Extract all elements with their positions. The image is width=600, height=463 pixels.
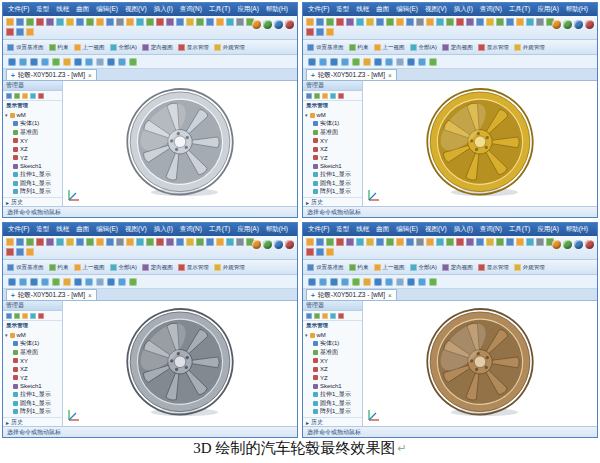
ribbon-button[interactable]: 全部(A) [410,264,437,271]
sweep-icon[interactable] [386,18,394,26]
zoom-icon[interactable] [516,18,524,26]
background-icon[interactable] [429,58,437,66]
history-tab[interactable]: ▸历史 [3,417,62,426]
ribbon-button[interactable]: 全部(A) [110,44,137,51]
sketch-icon[interactable] [56,238,64,246]
viewport-canvas[interactable] [363,301,597,426]
ribbon-button[interactable]: 设置基准面 [7,264,44,271]
chamfer-icon[interactable] [116,238,124,246]
render-icon[interactable] [506,18,514,26]
ribbon-button[interactable]: 上一视图 [374,264,405,271]
ribbon-button[interactable]: 约束 [49,44,69,51]
menu-item[interactable]: 造型 [335,5,350,14]
render-ball-orange-icon[interactable] [552,240,561,249]
sweep-icon[interactable] [386,238,394,246]
material-icon[interactable] [316,28,324,36]
layer-icon[interactable] [6,28,14,36]
move-icon[interactable] [166,238,174,246]
pan-view-icon[interactable] [74,278,82,286]
menu-item[interactable]: 曲面 [375,5,390,14]
loft-icon[interactable] [96,238,104,246]
align-icon[interactable] [476,18,484,26]
extrude-icon[interactable] [366,238,374,246]
perspective-icon[interactable] [118,58,126,66]
draft-icon[interactable] [436,18,444,26]
view-front-icon[interactable] [319,278,327,286]
fillet-icon[interactable] [406,238,414,246]
menu-item[interactable]: 工具(T) [208,225,231,234]
save-icon[interactable] [326,238,334,246]
viewport-canvas[interactable] [63,301,297,426]
section-icon[interactable] [496,18,504,26]
settings-icon[interactable] [26,28,34,36]
align-icon[interactable] [176,18,184,26]
save-icon[interactable] [326,18,334,26]
render-ball-red-icon[interactable] [585,20,594,29]
shade-icon[interactable] [396,58,404,66]
material-icon[interactable] [316,248,324,256]
expand-icon[interactable] [314,313,320,319]
filter-icon[interactable] [6,93,12,99]
view-top-icon[interactable] [330,58,338,66]
wheel-model[interactable] [424,85,536,197]
menu-item[interactable]: 帮助(H) [265,225,289,234]
ribbon-button[interactable]: 显示管理 [178,44,209,51]
view-front-icon[interactable] [319,58,327,66]
move-icon[interactable] [166,18,174,26]
mirror-icon[interactable] [156,238,164,246]
tree-item[interactable]: 基准面 [5,128,60,137]
view-iso-icon[interactable] [308,58,316,66]
menu-item[interactable]: 编辑(E) [95,225,119,234]
tree-item[interactable]: XY [305,137,360,146]
tree-item[interactable]: XZ [305,145,360,154]
ribbon-button[interactable]: 显示管理 [478,264,509,271]
render-icon[interactable] [206,18,214,26]
tree-item[interactable]: 实体(1) [305,340,360,349]
zoom-window-icon[interactable] [63,278,71,286]
zoom-fit-icon[interactable] [52,58,60,66]
shade-icon[interactable] [396,278,404,286]
menu-item[interactable]: 工具(T) [508,225,531,234]
ribbon-button[interactable]: 全部(A) [110,264,137,271]
settings-icon[interactable] [326,28,334,36]
menu-item[interactable]: 应用(A) [236,5,260,14]
section-icon[interactable] [196,238,204,246]
mirror-icon[interactable] [456,18,464,26]
menu-item[interactable]: 帮助(H) [565,225,589,234]
tree-item[interactable]: 圆角1_显示 [5,179,60,188]
open-icon[interactable] [16,238,24,246]
menu-item[interactable]: 编辑(E) [95,5,119,14]
extrude-icon[interactable] [366,18,374,26]
menu-item[interactable]: 编辑(E) [395,225,419,234]
tree-item[interactable]: Sketch1 [5,162,60,171]
wireframe-icon[interactable] [407,58,415,66]
tree-item[interactable]: wM [5,111,60,120]
sketch-icon[interactable] [356,18,364,26]
align-icon[interactable] [476,238,484,246]
shell-icon[interactable] [126,238,134,246]
fillet-icon[interactable] [406,18,414,26]
ribbon-button[interactable]: 外观管理 [514,264,545,271]
ribbon-button[interactable]: 约束 [349,44,369,51]
render-ball-blue-icon[interactable] [274,20,283,29]
tree-item[interactable]: YZ [305,374,360,383]
measure-icon[interactable] [186,18,194,26]
new-icon[interactable] [306,18,314,26]
pattern-icon[interactable] [446,238,454,246]
refresh-icon[interactable] [330,313,336,319]
save-icon[interactable] [26,18,34,26]
view-top-icon[interactable] [30,58,38,66]
menu-item[interactable]: 造型 [335,225,350,234]
rotate-view-icon[interactable] [85,278,93,286]
viewport-canvas[interactable] [63,81,297,206]
zoom-fit-icon[interactable] [352,58,360,66]
align-icon[interactable] [176,238,184,246]
expand-icon[interactable] [314,93,320,99]
rotate-icon[interactable] [236,18,244,26]
sweep-icon[interactable] [86,18,94,26]
refresh-icon[interactable] [30,93,36,99]
ribbon-button[interactable]: 显示管理 [478,44,509,51]
close-tab-icon[interactable]: × [88,292,92,299]
render-ball-orange-icon[interactable] [252,20,261,29]
ribbon-button[interactable]: 定向视图 [142,44,173,51]
